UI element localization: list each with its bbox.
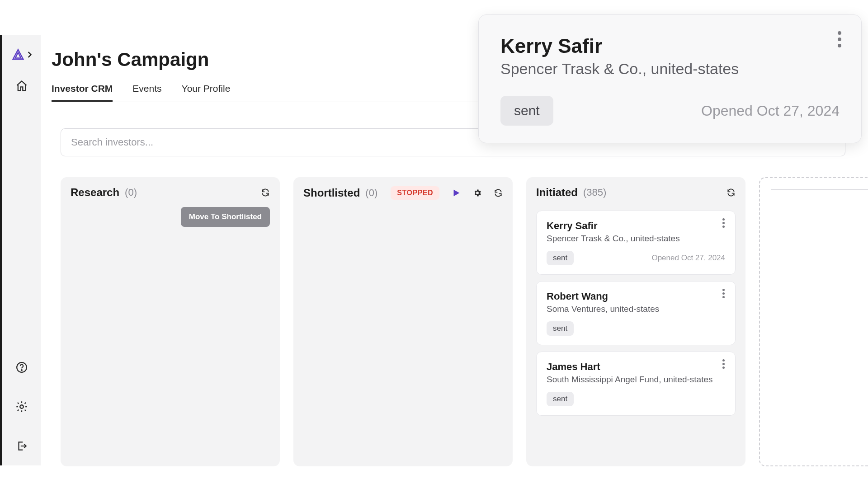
column-initiated: Initiated (385) Kerry Safir Spencer	[526, 177, 745, 466]
status-chip: sent	[547, 321, 574, 336]
refresh-icon[interactable]	[726, 188, 736, 197]
sidebar	[0, 35, 41, 465]
tab-investor-crm[interactable]: Investor CRM	[52, 83, 113, 102]
column-count: (385)	[583, 187, 606, 198]
settings-icon[interactable]	[15, 400, 28, 413]
status-badge: STOPPED	[391, 186, 439, 200]
investor-name: Robert Wang	[547, 291, 725, 302]
logo-icon	[11, 48, 25, 61]
card-menu-icon[interactable]	[718, 288, 729, 299]
home-icon[interactable]	[15, 80, 28, 92]
investor-card[interactable]: James Hart South Mississippi Angel Fund,…	[536, 352, 736, 416]
logout-icon[interactable]	[16, 440, 28, 452]
investor-subtitle: Soma Ventures, united-states	[547, 304, 725, 314]
column-count: (0)	[125, 187, 137, 198]
status-chip: sent	[547, 251, 574, 265]
column-title: Initiated	[536, 186, 578, 199]
column-placeholder	[759, 177, 868, 466]
column-research: Research (0) Move To Shortlisted	[61, 177, 280, 466]
investor-card[interactable]: Robert Wang Soma Ventures, united-states…	[536, 281, 736, 345]
refresh-icon[interactable]	[261, 188, 270, 197]
popup-opened-meta: Opened Oct 27, 2024	[701, 103, 840, 119]
investor-card[interactable]: Kerry Safir Spencer Trask & Co., united-…	[536, 211, 736, 275]
column-count: (0)	[365, 187, 377, 199]
investor-name: James Hart	[547, 361, 725, 373]
popup-menu-icon[interactable]	[838, 31, 841, 47]
investor-subtitle: South Mississippi Angel Fund, united-sta…	[547, 375, 725, 385]
card-menu-icon[interactable]	[718, 358, 729, 369]
investor-detail-popup: Kerry Safir Spencer Trask & Co., united-…	[478, 14, 862, 143]
chevron-right-icon	[27, 52, 32, 58]
logo[interactable]	[11, 48, 32, 61]
tab-events[interactable]: Events	[132, 83, 161, 102]
status-chip: sent	[547, 392, 574, 406]
column-title: Research	[71, 186, 119, 199]
svg-point-2	[20, 405, 23, 408]
gear-icon[interactable]	[473, 188, 482, 197]
popup-investor-subtitle: Spencer Trask & Co., united-states	[500, 60, 840, 78]
svg-point-1	[21, 370, 22, 371]
investor-name: Kerry Safir	[547, 220, 725, 232]
column-shortlisted: Shortlisted (0) STOPPED	[293, 177, 513, 466]
investor-subtitle: Spencer Trask & Co., united-states	[547, 234, 725, 244]
help-icon[interactable]	[16, 362, 28, 373]
play-icon[interactable]	[451, 188, 461, 198]
refresh-icon[interactable]	[494, 188, 503, 197]
opened-meta: Opened Oct 27, 2024	[651, 254, 725, 263]
tab-your-profile[interactable]: Your Profile	[182, 83, 231, 102]
card-menu-icon[interactable]	[718, 217, 729, 228]
kanban-board: Research (0) Move To Shortlisted Sho	[52, 177, 854, 466]
column-title: Shortlisted	[303, 187, 360, 199]
popup-investor-name: Kerry Safir	[500, 35, 840, 57]
popup-status-chip: sent	[500, 96, 553, 126]
move-to-shortlisted-button[interactable]: Move To Shortlisted	[181, 207, 270, 227]
